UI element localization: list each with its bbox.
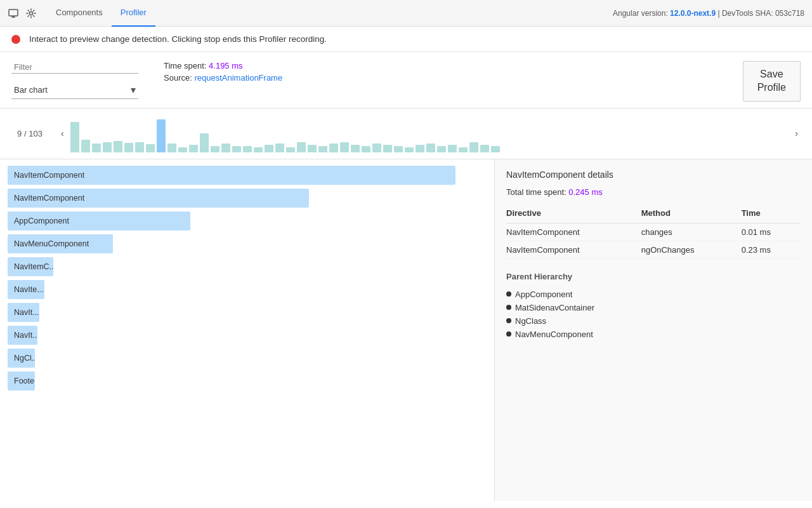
chart-bar[interactable] <box>157 119 166 152</box>
component-bar-item[interactable]: NavIt... <box>8 326 37 345</box>
chart-bar[interactable] <box>265 145 273 152</box>
chart-bar[interactable] <box>448 145 457 152</box>
chart-bar[interactable] <box>416 145 424 152</box>
chart-bar[interactable] <box>124 143 133 152</box>
filter-col: Bar chart ▾ <box>11 61 138 99</box>
chart-bar[interactable] <box>308 145 317 152</box>
chart-bar[interactable] <box>405 147 414 152</box>
component-bar-item[interactable]: NavItemC... <box>8 257 53 276</box>
chevron-down-icon: ▾ <box>131 84 136 96</box>
filter-input[interactable] <box>11 61 138 74</box>
list-item: AppComponent <box>506 288 801 301</box>
chart-bar[interactable] <box>146 144 155 152</box>
component-bar-item[interactable]: AppComponent <box>8 211 190 231</box>
next-chart-button[interactable]: › <box>789 128 804 138</box>
prev-chart-button[interactable]: ‹ <box>55 128 70 138</box>
banner-message: Interact to preview change detection. Cl… <box>29 34 327 44</box>
bullet-icon <box>506 291 511 297</box>
component-bar-item[interactable]: NgCl... <box>8 349 35 368</box>
tab-profiler[interactable]: Profiler <box>112 0 155 27</box>
chart-bar[interactable] <box>329 144 338 152</box>
chart-bar[interactable] <box>103 142 112 152</box>
bars-container <box>70 114 789 152</box>
chart-type-select[interactable]: Bar chart ▾ <box>11 81 138 99</box>
chart-bar[interactable] <box>200 133 209 152</box>
component-bar-item[interactable]: NavMenuComponent <box>8 234 113 253</box>
bullet-icon <box>506 331 511 337</box>
list-item: NavMenuComponent <box>8 234 487 253</box>
component-bar-item[interactable]: Foote... <box>8 371 35 391</box>
chart-bar[interactable] <box>254 147 263 152</box>
chart-bar[interactable] <box>426 144 435 152</box>
component-bar-item[interactable]: NavIte... <box>8 280 44 299</box>
chart-bar[interactable] <box>362 146 370 152</box>
chart-nav-label: 9 / 103 <box>8 129 52 138</box>
right-panel: NavItemComponent details Total time spen… <box>495 159 812 501</box>
chart-bar[interactable] <box>491 146 500 152</box>
version-value: 12.0.0-next.9 <box>670 9 716 18</box>
details-table: DirectiveMethodTimeNavItemComponentchang… <box>506 206 801 259</box>
table-cell-directive: NavItemComponent <box>506 241 641 258</box>
component-bar-item[interactable]: NavIt... <box>8 303 39 322</box>
chart-bar[interactable] <box>114 141 122 152</box>
chart-bar[interactable] <box>211 146 219 152</box>
chart-bar[interactable] <box>340 142 349 152</box>
parent-name: NgClass <box>515 316 546 326</box>
chart-bar[interactable] <box>297 142 306 152</box>
list-item: NavIt... <box>8 326 487 345</box>
top-bar: Components Profiler Angular version: 12.… <box>0 0 812 27</box>
chart-bar[interactable] <box>232 146 241 152</box>
list-item: NgCl... <box>8 349 487 368</box>
chart-bar[interactable] <box>243 146 252 152</box>
chart-bar[interactable] <box>394 146 403 152</box>
chart-bar[interactable] <box>318 146 327 152</box>
tab-components[interactable]: Components <box>47 0 112 27</box>
save-profile-button[interactable]: SaveProfile <box>743 61 801 102</box>
time-spent-value: 4.195 ms <box>209 61 242 70</box>
component-bar-item[interactable]: NavItemComponent <box>8 166 455 185</box>
component-details-title: NavItemComponent details <box>506 170 801 180</box>
screen-icon[interactable] <box>8 8 19 19</box>
parent-name: NavMenuComponent <box>515 330 593 339</box>
list-item: NavItemComponent <box>8 189 487 208</box>
recording-banner: Interact to preview change detection. Cl… <box>0 27 812 52</box>
chart-bar[interactable] <box>167 144 176 152</box>
chart-bar[interactable] <box>135 142 144 152</box>
chart-bar[interactable] <box>221 144 230 152</box>
list-item: NavItemComponent <box>8 166 487 185</box>
chart-bar[interactable] <box>275 144 284 152</box>
chart-bar[interactable] <box>92 144 101 152</box>
controls-bar: Bar chart ▾ Time spent: 4.195 ms Source:… <box>0 52 812 109</box>
table-cell-time: 0.01 ms <box>742 223 801 241</box>
chart-bar[interactable] <box>81 140 90 152</box>
total-time: Total time spent: 0.245 ms <box>506 187 801 197</box>
list-item: NavItemC... <box>8 257 487 276</box>
list-item: NavMenuComponent <box>506 328 801 341</box>
chart-bar[interactable] <box>189 145 198 152</box>
svg-point-3 <box>30 11 33 15</box>
chart-bar[interactable] <box>437 146 446 152</box>
component-bar-item[interactable]: NavItemComponent <box>8 189 309 208</box>
table-header: Time <box>742 206 801 224</box>
time-spent-label: Time spent: <box>164 61 206 70</box>
table-cell-method: ngOnChanges <box>641 241 742 258</box>
chart-bar[interactable] <box>480 145 489 152</box>
total-time-value: 0.245 ms <box>568 187 602 197</box>
chart-area: 9 / 103 ‹ › <box>0 109 812 159</box>
chart-bar[interactable] <box>178 147 187 152</box>
chart-bar[interactable] <box>70 122 79 152</box>
chart-bar[interactable] <box>372 144 381 152</box>
recording-dot <box>11 35 20 44</box>
table-header: Method <box>641 206 742 224</box>
chart-bar[interactable] <box>286 147 295 152</box>
table-cell-directive: NavItemComponent <box>506 223 641 241</box>
gear-icon[interactable] <box>25 8 37 19</box>
bullet-icon <box>506 318 511 323</box>
chart-bar[interactable] <box>383 145 392 152</box>
list-item: AppComponent <box>8 211 487 231</box>
chart-bar[interactable] <box>351 145 360 152</box>
list-item: NgClass <box>506 314 801 328</box>
total-time-label: Total time spent: <box>506 187 566 197</box>
chart-bar[interactable] <box>459 147 468 152</box>
chart-bar[interactable] <box>469 142 478 152</box>
